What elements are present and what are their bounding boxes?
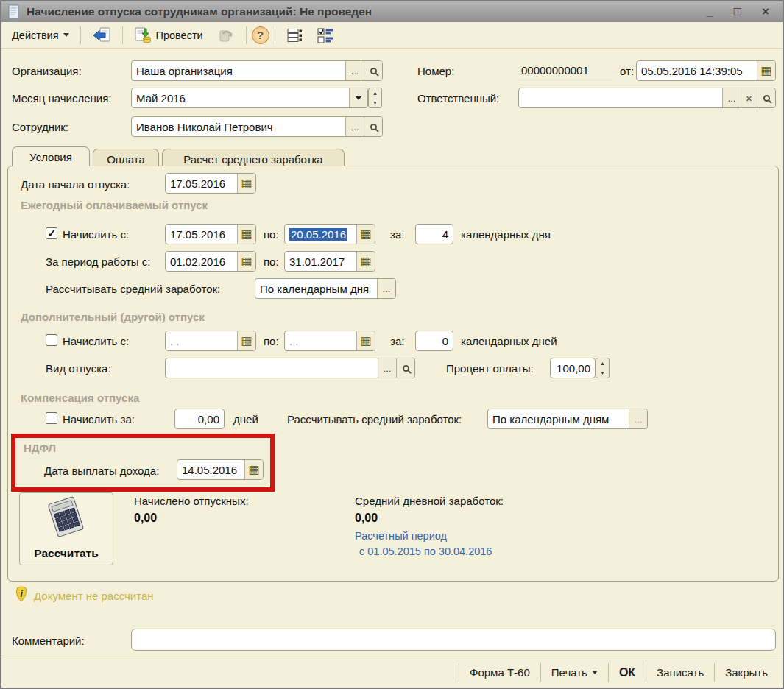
responsible-field[interactable]: ... × bbox=[518, 88, 776, 108]
calendar-icon: ▦ bbox=[241, 335, 252, 347]
print-button[interactable]: Печать bbox=[540, 663, 608, 682]
tab-conditions[interactable]: Условия bbox=[12, 146, 90, 166]
additional-from-calendar-button[interactable]: ▦ bbox=[237, 331, 255, 350]
employee-ellipsis-button[interactable]: ... bbox=[345, 117, 364, 136]
additional-to-field[interactable]: . . ▦ bbox=[284, 331, 375, 351]
annual-days-suffix: календарных дня bbox=[461, 228, 551, 241]
document-date-calendar-button[interactable]: ▦ bbox=[757, 61, 775, 80]
month-dropdown-button[interactable] bbox=[349, 88, 367, 107]
work-period-to-calendar-button[interactable]: ▦ bbox=[356, 252, 375, 271]
responsible-search-button[interactable] bbox=[757, 88, 775, 107]
avg-daily-earnings-value: 0,00 bbox=[355, 512, 378, 525]
spinner-down-icon[interactable]: ▾ bbox=[596, 368, 609, 378]
view-settings-button[interactable] bbox=[311, 24, 340, 46]
work-period-to-value: 31.01.2017 bbox=[285, 252, 356, 271]
document-date-field[interactable]: 05.05.2016 14:39:05 ▦ bbox=[636, 60, 776, 81]
table-settings-button[interactable] bbox=[280, 24, 308, 46]
post-label: Провести bbox=[156, 29, 203, 41]
employee-search-button[interactable] bbox=[364, 117, 382, 136]
organization-ellipsis-button[interactable]: ... bbox=[345, 61, 364, 80]
annual-avg-ellipsis-button[interactable]: ... bbox=[377, 279, 395, 298]
undo-post-button[interactable] bbox=[211, 24, 241, 47]
help-button[interactable]: ? bbox=[252, 26, 269, 44]
additional-days-field[interactable]: 0 bbox=[415, 331, 453, 351]
spinner-down-icon[interactable]: ▾ bbox=[369, 98, 381, 107]
additional-accrue-checkbox[interactable] bbox=[46, 334, 57, 346]
work-period-from-field[interactable]: 01.02.2016 ▦ bbox=[165, 251, 256, 272]
svg-text:i: i bbox=[20, 588, 23, 599]
actions-button[interactable]: Действия bbox=[6, 26, 75, 44]
calculate-button[interactable]: Рассчитать bbox=[19, 492, 113, 565]
organization-search-button[interactable] bbox=[364, 61, 382, 80]
month-label: Месяц начисления: bbox=[12, 92, 111, 105]
save-document-button[interactable] bbox=[86, 24, 117, 47]
pay-percent-spinner[interactable]: ▴ ▾ bbox=[596, 358, 610, 378]
compensation-days-field[interactable]: 0,00 bbox=[174, 409, 225, 429]
post-document-icon bbox=[134, 26, 152, 44]
window-title: Начисление отпуска сотрудникам организац… bbox=[27, 5, 693, 18]
additional-from-field[interactable]: . . ▦ bbox=[165, 331, 256, 351]
table-settings-icon bbox=[286, 27, 303, 43]
document-icon bbox=[7, 4, 21, 20]
write-button[interactable]: Записать bbox=[646, 663, 714, 682]
calendar-icon: ▦ bbox=[241, 255, 252, 267]
annual-to-calendar-button[interactable]: ▦ bbox=[356, 225, 375, 244]
spinner-up-icon[interactable]: ▴ bbox=[596, 358, 609, 368]
actions-label: Действия bbox=[12, 29, 59, 41]
number-field[interactable]: 00000000001 bbox=[518, 60, 612, 80]
calc-period-range[interactable]: с 01.05.2015 по 30.04.2016 bbox=[359, 545, 492, 557]
search-icon bbox=[403, 365, 409, 372]
toolbar-separator bbox=[246, 26, 247, 44]
vacation-kind-label: Вид отпуска: bbox=[46, 362, 111, 375]
close-button[interactable]: × bbox=[755, 2, 777, 21]
calc-period-link[interactable]: Расчетный период bbox=[355, 530, 447, 542]
annual-days-field[interactable]: 4 bbox=[415, 224, 453, 244]
close-form-button[interactable]: Закрыть bbox=[714, 663, 778, 682]
annual-from-calendar-button[interactable]: ▦ bbox=[237, 225, 255, 244]
vacation-start-field[interactable]: 17.05.2016 ▦ bbox=[165, 173, 256, 194]
organization-field[interactable]: Наша организация ... bbox=[131, 60, 383, 81]
income-payout-field[interactable]: 14.05.2016 ▦ bbox=[177, 459, 264, 480]
vacation-kind-field[interactable]: ... bbox=[165, 358, 415, 378]
accrued-vacation-value: 0,00 bbox=[134, 512, 157, 525]
comment-field[interactable] bbox=[131, 629, 776, 651]
work-period-from-calendar-button[interactable]: ▦ bbox=[237, 252, 255, 271]
vacation-start-label: Дата начала отпуска: bbox=[21, 178, 130, 191]
annual-from-field[interactable]: 17.05.2016 ▦ bbox=[165, 224, 256, 244]
calendar-icon: ▦ bbox=[360, 228, 371, 240]
month-field[interactable]: Май 2016 bbox=[131, 88, 368, 108]
responsible-clear-button[interactable]: × bbox=[741, 88, 757, 107]
month-spinner[interactable]: ▴ ▾ bbox=[368, 88, 382, 108]
chevron-down-icon bbox=[592, 671, 598, 674]
employee-field[interactable]: Иванов Николай Петрович ... bbox=[131, 116, 383, 137]
pay-percent-field[interactable]: 100,00 bbox=[550, 358, 596, 378]
additional-to-calendar-button[interactable]: ▦ bbox=[356, 331, 375, 350]
form-t60-button[interactable]: Форма Т-60 bbox=[459, 663, 540, 682]
work-period-to-field[interactable]: 31.01.2017 ▦ bbox=[284, 251, 375, 272]
compensation-accrue-checkbox[interactable] bbox=[46, 412, 57, 424]
info-icon: i bbox=[15, 586, 28, 602]
compensation-avg-field[interactable]: По календарным дням ... bbox=[487, 409, 648, 429]
annual-za-label: за: bbox=[390, 228, 404, 241]
tab-average-earnings[interactable]: Расчет среднего заработка bbox=[162, 149, 345, 166]
undo-post-icon bbox=[217, 26, 235, 44]
minimize-button[interactable]: _ bbox=[699, 2, 721, 21]
vacation-kind-search-button[interactable] bbox=[396, 358, 414, 378]
spinner-up-icon[interactable]: ▴ bbox=[369, 88, 381, 98]
responsible-ellipsis-button[interactable]: ... bbox=[722, 88, 741, 107]
annual-accrue-checkbox[interactable]: ✓ bbox=[46, 227, 57, 239]
compensation-title: Компенсация отпуска bbox=[21, 392, 139, 404]
annual-avg-field[interactable]: По календарным дня ... bbox=[255, 278, 396, 299]
income-payout-calendar-button[interactable]: ▦ bbox=[244, 460, 263, 479]
pay-percent-label: Процент оплаты: bbox=[446, 362, 534, 375]
tab-payment[interactable]: Оплата bbox=[93, 149, 159, 166]
post-button[interactable]: Провести bbox=[128, 24, 209, 47]
annual-from-value: 17.05.2016 bbox=[166, 225, 237, 244]
vacation-start-calendar-button[interactable]: ▦ bbox=[237, 174, 255, 193]
maximize-button[interactable]: □ bbox=[727, 2, 749, 21]
ok-button[interactable]: ОК bbox=[608, 663, 646, 682]
accrued-vacation-label: Начислено отпускных: bbox=[134, 495, 249, 507]
vacation-kind-ellipsis-button[interactable]: ... bbox=[378, 358, 396, 378]
number-label: Номер: bbox=[417, 65, 454, 77]
annual-to-field[interactable]: 20.05.2016 ▦ bbox=[284, 224, 375, 244]
